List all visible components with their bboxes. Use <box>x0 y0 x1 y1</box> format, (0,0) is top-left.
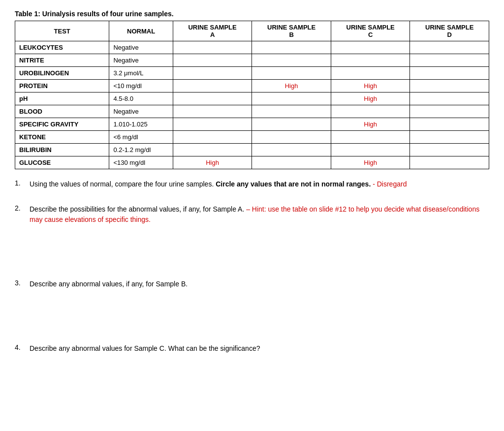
cell-sample-c-4: High <box>331 92 410 105</box>
cell-sample-a-1 <box>173 54 252 67</box>
cell-normal-0: Negative <box>109 41 173 54</box>
cell-sample-a-7 <box>173 131 252 144</box>
cell-sample-a-8 <box>173 144 252 156</box>
cell-normal-9: <130 mg/dl <box>109 156 173 169</box>
col-header-sample-a: URINE SAMPLE A <box>173 21 252 41</box>
cell-test-8: BILIRUBIN <box>15 144 109 156</box>
cell-sample-c-5 <box>331 105 410 118</box>
cell-sample-d-2 <box>410 67 489 80</box>
cell-test-9: GLUCOSE <box>15 156 109 169</box>
cell-test-7: KETONE <box>15 131 109 144</box>
cell-sample-d-3 <box>410 80 489 92</box>
cell-sample-a-4 <box>173 92 252 105</box>
q3-text: Describe any abnormal values, if any, fo… <box>30 279 188 329</box>
cell-normal-6: 1.010-1.025 <box>109 118 173 131</box>
cell-sample-d-6 <box>410 118 489 131</box>
cell-sample-b-5 <box>252 105 331 118</box>
q2-number: 2. <box>15 204 26 264</box>
cell-sample-d-8 <box>410 144 489 156</box>
cell-sample-b-2 <box>252 67 331 80</box>
question-4: 4. Describe any abnormal values for Samp… <box>15 343 489 354</box>
cell-test-2: UROBILINOGEN <box>15 67 109 80</box>
cell-sample-d-4 <box>410 92 489 105</box>
q4-number: 4. <box>15 343 26 354</box>
q1-text: Using the values of normal, compare the … <box>30 179 407 189</box>
cell-sample-c-7 <box>331 131 410 144</box>
col-header-test: TEST <box>15 21 109 41</box>
cell-sample-c-2 <box>331 67 410 80</box>
cell-sample-a-9: High <box>173 156 252 169</box>
cell-sample-b-0 <box>252 41 331 54</box>
cell-normal-8: 0.2-1.2 mg/dl <box>109 144 173 156</box>
cell-sample-c-9: High <box>331 156 410 169</box>
cell-normal-2: 3.2 μmol/L <box>109 67 173 80</box>
table-title: Table 1: Urinalysis results of four urin… <box>15 10 489 18</box>
cell-sample-c-0 <box>331 41 410 54</box>
cell-test-6: SPECIFIC GRAVITY <box>15 118 109 131</box>
q2-text: Describe the possibilities for the abnor… <box>30 204 489 264</box>
q4-text: Describe any abnormal values for Sample … <box>30 343 260 354</box>
q1-number: 1. <box>15 179 26 189</box>
cell-sample-a-2 <box>173 67 252 80</box>
cell-sample-b-7 <box>252 131 331 144</box>
question-2: 2. Describe the possibilities for the ab… <box>15 204 489 264</box>
cell-sample-b-6 <box>252 118 331 131</box>
cell-sample-c-6: High <box>331 118 410 131</box>
cell-normal-7: <6 mg/dl <box>109 131 173 144</box>
cell-test-1: NITRITE <box>15 54 109 67</box>
cell-sample-b-4 <box>252 92 331 105</box>
cell-normal-4: 4.5-8.0 <box>109 92 173 105</box>
cell-sample-a-5 <box>173 105 252 118</box>
cell-sample-b-1 <box>252 54 331 67</box>
cell-sample-a-6 <box>173 118 252 131</box>
cell-test-0: LEUKOCYTES <box>15 41 109 54</box>
col-header-sample-d: URINE SAMPLE D <box>410 21 489 41</box>
cell-sample-a-3 <box>173 80 252 92</box>
question-3: 3. Describe any abnormal values, if any,… <box>15 279 489 329</box>
cell-normal-1: Negative <box>109 54 173 67</box>
cell-test-3: PROTEIN <box>15 80 109 92</box>
cell-sample-b-3: High <box>252 80 331 92</box>
cell-sample-a-0 <box>173 41 252 54</box>
cell-sample-c-1 <box>331 54 410 67</box>
col-header-normal: NORMAL <box>109 21 173 41</box>
cell-test-5: BLOOD <box>15 105 109 118</box>
cell-sample-d-9 <box>410 156 489 169</box>
cell-normal-3: <10 mg/dl <box>109 80 173 92</box>
col-header-sample-c: URINE SAMPLE C <box>331 21 410 41</box>
cell-sample-b-9 <box>252 156 331 169</box>
cell-test-4: pH <box>15 92 109 105</box>
urinalysis-table: TEST NORMAL URINE SAMPLE A URINE SAMPLE … <box>15 21 489 169</box>
questions-section: 1. Using the values of normal, compare t… <box>15 179 489 354</box>
cell-sample-c-8 <box>331 144 410 156</box>
col-header-sample-b: URINE SAMPLE B <box>252 21 331 41</box>
cell-sample-d-1 <box>410 54 489 67</box>
cell-sample-d-0 <box>410 41 489 54</box>
q3-number: 3. <box>15 279 26 329</box>
question-1: 1. Using the values of normal, compare t… <box>15 179 489 189</box>
cell-sample-d-5 <box>410 105 489 118</box>
cell-sample-c-3: High <box>331 80 410 92</box>
cell-sample-b-8 <box>252 144 331 156</box>
cell-normal-5: Negative <box>109 105 173 118</box>
cell-sample-d-7 <box>410 131 489 144</box>
